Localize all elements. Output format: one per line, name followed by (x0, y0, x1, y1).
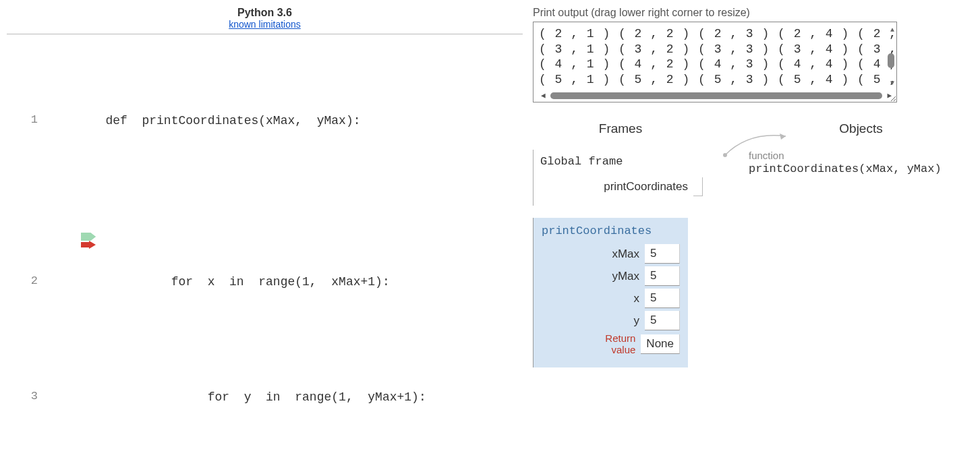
var-value: 5 (645, 244, 680, 264)
var-row: xMax 5 (542, 244, 680, 264)
return-row: Returnvalue None (542, 333, 680, 355)
next-arrow-icon (8, 210, 23, 218)
output-line: ( 3 , 1 ) ( 3 , 2 ) ( 3 , 3 ) ( 3 , 4 ) … (539, 42, 894, 57)
language-label: Python 3.6 (7, 7, 523, 19)
return-label: Returnvalue (542, 333, 641, 355)
output-line: ( 2 , 1 ) ( 2 , 2 ) ( 2 , 3 ) ( 2 , 4 ) … (539, 26, 894, 42)
line-number: 1 (24, 109, 38, 131)
prev-arrow-icon (8, 202, 23, 210)
output-hscrollbar[interactable]: ◀ ▶ (539, 91, 894, 100)
vscroll-thumb[interactable] (888, 53, 894, 68)
frames-column: Frames Global frame printCoordinates pri… (533, 121, 708, 367)
local-frame: printCoordinates xMax 5 yMax 5 x 5 y (533, 218, 688, 367)
viz-pane: Print output (drag lower right corner to… (529, 0, 980, 472)
var-name: y (542, 314, 645, 328)
output-line: ( 4 , 1 ) ( 4 , 2 ) ( 4 , 3 ) ( 4 , 4 ) … (539, 57, 894, 72)
code-text: def printCoordinates(xMax, yMax): (105, 114, 360, 127)
global-func-name: printCoordinates (604, 180, 688, 194)
scroll-left-icon[interactable]: ◀ (539, 91, 548, 100)
var-row: yMax 5 (542, 266, 680, 286)
scroll-right-icon[interactable]: ▶ (885, 91, 894, 100)
pointer-stub (693, 177, 703, 196)
var-value: 5 (645, 311, 680, 330)
code-block: 1def printCoordinates(xMax, yMax): 2 for… (7, 40, 523, 472)
code-text: for y in range(1, yMax+1): (105, 390, 426, 404)
code-pane: Python 3.6 known limitations 1def printC… (0, 0, 529, 472)
function-object: function printCoordinates(xMax, yMax) (749, 150, 973, 175)
object-signature: printCoordinates(xMax, yMax) (749, 163, 973, 175)
global-frame-title: Global frame (540, 155, 708, 168)
svg-marker-2 (81, 241, 96, 249)
var-row: x 5 (542, 289, 680, 308)
hscroll-thumb[interactable] (550, 92, 883, 99)
code-text: for x in range(1, xMax+1): (105, 275, 389, 289)
output-line: ( 5 , 1 ) ( 5 , 2 ) ( 5 , 3 ) ( 5 , 4 ) … (539, 72, 894, 88)
code-line: 1def printCoordinates(xMax, yMax): (47, 86, 523, 155)
global-frame: Global frame printCoordinates (533, 150, 708, 206)
var-value: 5 (645, 289, 680, 308)
var-name: yMax (542, 270, 645, 283)
var-name: xMax (542, 247, 645, 261)
local-frame-title: printCoordinates (542, 225, 680, 237)
global-func-ref: printCoordinates (540, 177, 708, 196)
output-vscrollbar[interactable]: ▲ ▼ (886, 26, 894, 87)
scroll-up-icon[interactable]: ▲ (890, 26, 894, 34)
line-number: 3 (24, 386, 38, 407)
frames-header: Frames (533, 121, 708, 136)
return-value: None (641, 334, 680, 354)
var-name: x (542, 292, 645, 305)
code-header: Python 3.6 known limitations (7, 7, 523, 30)
objects-header: Objects (749, 121, 973, 136)
divider (7, 34, 523, 34)
scroll-down-icon[interactable]: ▼ (890, 80, 894, 87)
var-value: 5 (645, 266, 680, 286)
output-box[interactable]: ( 2 , 1 ) ( 2 , 2 ) ( 2 , 3 ) ( 2 , 4 ) … (533, 22, 897, 102)
code-line: 2 for x in range(1, xMax+1): (47, 201, 523, 316)
code-line: 3 for y in range(1, yMax+1): (47, 363, 523, 432)
object-type-label: function (749, 150, 973, 161)
known-limitations-link[interactable]: known limitations (229, 19, 301, 30)
svg-point-6 (723, 153, 727, 157)
output-label: Print output (drag lower right corner to… (533, 7, 973, 19)
objects-column: Objects function printCoordinates(xMax, … (749, 121, 973, 367)
line-number: 2 (24, 270, 38, 292)
var-row: y 5 (542, 311, 680, 330)
